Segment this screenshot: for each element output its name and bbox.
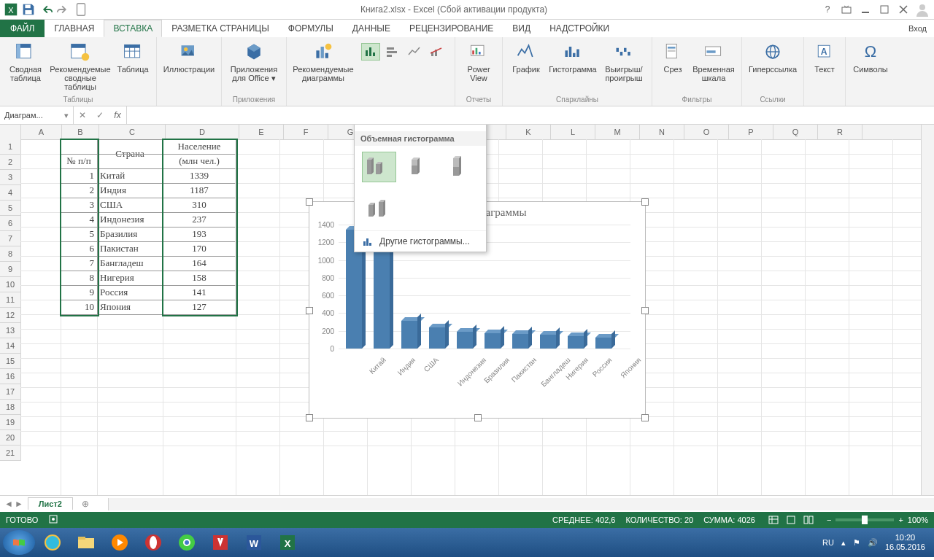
column-header[interactable]: B bbox=[62, 125, 99, 139]
cell[interactable]: 2 bbox=[61, 183, 97, 197]
illustrations-button[interactable]: Иллюстрации bbox=[161, 39, 217, 75]
row-header[interactable]: 8 bbox=[0, 246, 20, 262]
taskbar-adobe[interactable] bbox=[204, 530, 236, 555]
column-header[interactable]: K bbox=[506, 125, 551, 139]
taskbar-ie[interactable] bbox=[36, 530, 69, 555]
redo-button[interactable] bbox=[55, 1, 72, 18]
row-header[interactable]: 14 bbox=[0, 338, 20, 354]
macro-record-icon[interactable] bbox=[48, 514, 58, 526]
row-header[interactable]: 3 bbox=[0, 170, 20, 185]
maximize-button[interactable] bbox=[876, 2, 893, 17]
row-header[interactable]: 10 bbox=[0, 277, 20, 292]
horizontal-scrollbar[interactable] bbox=[108, 498, 934, 510]
row-header[interactable]: 9 bbox=[0, 262, 20, 277]
cell[interactable]: Россия bbox=[97, 285, 163, 299]
zoom-out-button[interactable]: − bbox=[827, 516, 831, 524]
tray-lang[interactable]: RU bbox=[822, 538, 834, 547]
cell[interactable]: 1187 bbox=[163, 183, 236, 197]
tray-volume-icon[interactable]: 🔊 bbox=[868, 538, 878, 548]
cell[interactable]: 4 bbox=[61, 212, 97, 226]
column-header[interactable]: D bbox=[166, 125, 239, 139]
tab-review[interactable]: РЕЦЕНЗИРОВАНИЕ bbox=[400, 20, 503, 37]
pivot-table-button[interactable]: Сводная таблица bbox=[4, 39, 47, 84]
cell[interactable]: 8 bbox=[61, 271, 97, 284]
cell[interactable]: Индия bbox=[97, 183, 163, 197]
more-column-charts-option[interactable]: Другие гистограммы... bbox=[355, 230, 486, 252]
view-page-break-button[interactable] bbox=[800, 513, 817, 526]
cell[interactable]: 237 bbox=[163, 212, 236, 226]
table-button[interactable]: Таблица bbox=[114, 39, 152, 75]
combo-chart-button[interactable] bbox=[427, 43, 446, 61]
chart-bar[interactable] bbox=[457, 332, 473, 349]
minimize-button[interactable] bbox=[857, 2, 874, 17]
spreadsheet-grid[interactable]: ABCDEFGHIJKLMNOPQR 123456789101112131415… bbox=[0, 125, 934, 495]
sheet-nav-next[interactable]: ► bbox=[15, 499, 23, 509]
cell[interactable]: Бразилия bbox=[97, 227, 163, 241]
cell[interactable]: 7 bbox=[61, 256, 97, 270]
cell[interactable]: США bbox=[97, 198, 163, 211]
cell[interactable]: 310 bbox=[163, 198, 236, 211]
sparkline-line-button[interactable]: График bbox=[507, 39, 545, 75]
help-button[interactable]: ? bbox=[819, 2, 836, 17]
apps-button[interactable]: Приложения для Office ▾ bbox=[226, 39, 282, 84]
touch-button[interactable] bbox=[73, 1, 89, 18]
tray-flag-icon[interactable]: ⚑ bbox=[853, 538, 860, 548]
zoom-in-button[interactable]: + bbox=[898, 516, 903, 524]
vertical-scrollbar[interactable] bbox=[921, 125, 934, 495]
row-header[interactable]: 19 bbox=[0, 415, 20, 430]
chart-bar[interactable] bbox=[512, 334, 528, 349]
tab-file[interactable]: ФАЙЛ bbox=[0, 20, 45, 37]
cancel-formula-button[interactable]: ✕ bbox=[74, 106, 91, 124]
row-header[interactable]: 18 bbox=[0, 400, 20, 415]
name-box[interactable]: Диаграм...▾ bbox=[0, 106, 74, 124]
cell[interactable]: Пакистан bbox=[97, 241, 163, 255]
cell[interactable]: Бангладеш bbox=[97, 256, 163, 270]
pie-chart-button[interactable] bbox=[361, 68, 380, 85]
tray-clock[interactable]: 10:2016.05.2016 bbox=[885, 533, 925, 552]
taskbar-word[interactable]: W bbox=[238, 530, 270, 555]
row-header[interactable]: 2 bbox=[0, 155, 20, 170]
cell[interactable]: 10 bbox=[61, 300, 97, 314]
signin-link[interactable]: Вход bbox=[901, 20, 934, 37]
view-page-layout-button[interactable] bbox=[783, 513, 799, 526]
cell[interactable]: Нигерия bbox=[97, 271, 163, 284]
slicer-button[interactable]: Срез bbox=[657, 39, 689, 75]
tab-home[interactable]: ГЛАВНАЯ bbox=[45, 20, 104, 37]
column-header[interactable]: A bbox=[21, 125, 62, 139]
text-button[interactable]: AТекст bbox=[808, 39, 841, 75]
taskbar-wmp[interactable] bbox=[104, 530, 136, 555]
stacked100-column-3d-option[interactable] bbox=[444, 152, 479, 182]
scatter-chart-button[interactable] bbox=[405, 68, 424, 85]
column-header[interactable]: N bbox=[640, 125, 684, 139]
bar-chart-button[interactable] bbox=[383, 43, 402, 61]
cell[interactable]: 127 bbox=[163, 300, 236, 314]
chart-bar[interactable] bbox=[568, 336, 584, 349]
view-normal-button[interactable] bbox=[765, 513, 781, 526]
row-header[interactable]: 20 bbox=[0, 430, 20, 446]
cell[interactable]: 1 bbox=[61, 168, 97, 182]
column-header[interactable]: Q bbox=[773, 125, 818, 139]
column-header[interactable]: M bbox=[595, 125, 640, 139]
zoom-slider[interactable] bbox=[835, 518, 894, 521]
symbols-button[interactable]: ΩСимволы bbox=[850, 39, 891, 75]
area-chart-button[interactable] bbox=[383, 68, 402, 85]
cell[interactable]: Индонезия bbox=[97, 212, 163, 226]
save-button[interactable] bbox=[20, 1, 36, 18]
cell[interactable]: 5 bbox=[61, 227, 97, 241]
hyperlink-button[interactable]: Гиперссылка bbox=[746, 39, 799, 75]
row-header[interactable]: 11 bbox=[0, 292, 20, 308]
taskbar-opera[interactable] bbox=[137, 530, 169, 555]
powerview-button[interactable]: Power View bbox=[460, 39, 498, 84]
tab-data[interactable]: ДАННЫЕ bbox=[343, 20, 400, 37]
cell[interactable]: 3 bbox=[61, 198, 97, 211]
column-header[interactable]: O bbox=[684, 125, 729, 139]
close-button[interactable] bbox=[895, 2, 912, 17]
column-3d-option[interactable] bbox=[362, 194, 398, 225]
row-header[interactable]: 16 bbox=[0, 369, 20, 384]
recommended-pivot-button[interactable]: Рекомендуемые сводные таблицы bbox=[48, 39, 112, 93]
tab-insert[interactable]: ВСТАВКА bbox=[104, 20, 162, 37]
stacked-column-2d-option[interactable] bbox=[404, 125, 438, 125]
zoom-level[interactable]: 100% bbox=[908, 516, 928, 524]
undo-button[interactable] bbox=[38, 1, 54, 18]
cell[interactable]: 170 bbox=[163, 241, 236, 255]
